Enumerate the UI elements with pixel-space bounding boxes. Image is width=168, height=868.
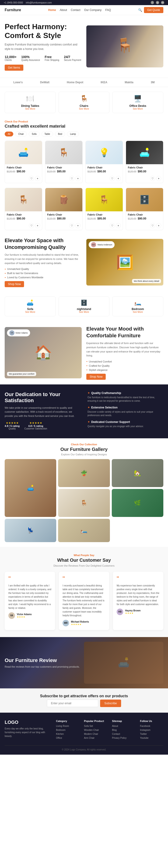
wishlist-button[interactable]: ♡	[69, 223, 75, 228]
category-sofa[interactable]: 🛋️ Sofa See More	[5, 297, 56, 316]
filter-table[interactable]: Table	[41, 131, 53, 136]
sofa-name: Sofa	[9, 307, 51, 311]
list-item[interactable]: About	[112, 725, 135, 727]
category-nightstand[interactable]: 🗄️ nightstand See More	[59, 297, 110, 316]
list-item[interactable]: Wooden Chair	[84, 729, 107, 731]
facebook-icon[interactable]: f	[151, 1, 154, 4]
bedroom-name: Bedroom	[117, 307, 159, 311]
list-item[interactable]: Kitchen	[56, 733, 79, 735]
feature-image: 🖼️ MA Maria Anderson We think about ever…	[86, 239, 163, 285]
add-cart-button[interactable]: +	[35, 176, 40, 181]
product-name: Fabric Chair	[47, 166, 81, 169]
search-icon[interactable]: 🔍	[138, 8, 142, 12]
wishlist-button[interactable]: ♡	[150, 176, 155, 181]
topbar-email: info@furniturespace.com	[26, 1, 52, 4]
list-item[interactable]: Arm Chair	[84, 737, 107, 739]
test-name-2: Michael Roberts	[71, 620, 89, 623]
review-title: Our Furniture Review	[5, 657, 84, 663]
nav-home[interactable]: Home	[48, 8, 56, 12]
add-cart-button[interactable]: +	[75, 223, 81, 228]
category-chairs[interactable]: 🪑 Chairs See More	[59, 92, 110, 113]
category-chairs-more[interactable]: See More	[62, 107, 106, 110]
brands-bar: Lowe's DeWalt Home Depot IKEA Makita 3M	[0, 78, 168, 87]
test-text-1: I am thrilled with the quality of the so…	[8, 584, 51, 610]
footer-bottom: © 2024 Logo Company. All rights reserved…	[5, 745, 163, 751]
list-item[interactable]: Sofa Set	[84, 725, 107, 727]
instagram-icon[interactable]: ig	[156, 1, 159, 4]
nav-company[interactable]: Our Company	[84, 8, 102, 12]
wishlist-button[interactable]: ♡	[29, 223, 34, 228]
filter-all[interactable]: All	[5, 131, 13, 136]
selection-icon: ✦	[87, 406, 90, 409]
comfort-shop-button[interactable]: Shop Now	[86, 374, 106, 380]
list-item[interactable]: Youtube	[140, 737, 163, 739]
hero-cta-button[interactable]: Get Items	[5, 65, 23, 71]
add-cart-button[interactable]: +	[35, 223, 40, 228]
table-row[interactable]: 🛋️ Fabric Chair $120.00 $90.00 ♡ +	[5, 141, 42, 183]
nightstand-more[interactable]: See More	[63, 311, 105, 313]
wishlist-button[interactable]: ♡	[110, 176, 115, 181]
topbar-left: +1 (949) 000-0000 info@furniturespace.co…	[4, 1, 52, 4]
list-item[interactable]: Bedroom	[56, 729, 79, 731]
navbar-logo: Furniture	[5, 8, 21, 12]
bedroom-more[interactable]: See More	[117, 311, 159, 313]
feature-card-support: ✦ Dedicated Customer Support Quickly nav…	[87, 421, 163, 428]
list-item[interactable]: Modern Chair	[84, 733, 107, 735]
list-item[interactable]: Facebook	[140, 725, 163, 727]
filter-lamp[interactable]: Lamp	[67, 131, 79, 136]
wishlist-button[interactable]: ♡	[110, 223, 115, 228]
nightstand-name: nightstand	[63, 307, 105, 311]
product-old-price: $120.00	[87, 217, 96, 220]
category-desks-more[interactable]: See More	[116, 107, 159, 110]
table-row[interactable]: 🪑 Fabric Chair $120.00 $95.00 ♡ +	[45, 141, 83, 183]
nav-faq[interactable]: FAQ	[105, 8, 111, 12]
nav-contact[interactable]: Contact	[71, 8, 80, 12]
filter-sofa[interactable]: Sofa	[29, 131, 40, 136]
table-row[interactable]: 🪵 Fabric Chair $120.00 $90.00 ♡ +	[45, 188, 83, 230]
subscribe-button[interactable]: Subscribe	[100, 700, 121, 707]
list-item[interactable]: Instagram	[140, 729, 163, 731]
sofa-more[interactable]: See More	[9, 311, 51, 313]
get-quote-button[interactable]: Get Quote	[144, 7, 163, 13]
category-bedroom[interactable]: 🛏️ Bedroom See More	[112, 297, 163, 316]
subscribe-input[interactable]	[47, 700, 98, 707]
category-dining-more[interactable]: See More	[9, 107, 52, 110]
wishlist-button[interactable]: ♡	[150, 223, 155, 228]
support-title: ✦ Dedicated Customer Support	[87, 421, 163, 424]
nav-about[interactable]: About	[60, 8, 67, 12]
feature-point-1: Unmatched Quality	[5, 268, 82, 270]
twitter-icon[interactable]: tw	[161, 1, 164, 4]
hero-section: Perfect Harmony: Comfort & Style Explore…	[0, 15, 168, 78]
list-item[interactable]: Contact	[112, 733, 135, 735]
list-item[interactable]: Privacy Policy	[112, 737, 135, 739]
table-row[interactable]: 🪑 Fabric Chair $120.00 $95.00 ♡ +	[85, 188, 123, 230]
category-desks[interactable]: 🖥️ Office Desks See More	[112, 92, 163, 113]
list-item[interactable]: Blog	[112, 729, 135, 731]
add-cart-button[interactable]: +	[156, 223, 161, 228]
filter-bed[interactable]: Bed	[55, 131, 65, 136]
table-row[interactable]: 🪑 Fabric Chair $120.00 $90.00 ♡ +	[5, 188, 42, 230]
quote-icon-1: "	[8, 576, 51, 582]
product-name: Fabric Chair	[47, 213, 81, 216]
filter-chair[interactable]: Chair	[15, 131, 27, 136]
list-item[interactable]: Twitter	[140, 733, 163, 735]
testimonials-grid: " I am thrilled with the quality of the …	[5, 572, 163, 630]
table-row[interactable]: 🗄️ Fabric Chair $120.00 $90.00 ♡ +	[126, 188, 163, 230]
product-old-price: $120.00	[128, 217, 136, 220]
testimonials-subtitle: Discover the Reviews From Our Delighted …	[5, 564, 163, 567]
product-name: Fabric Chair	[7, 166, 40, 169]
list-item[interactable]: Office	[56, 737, 79, 739]
list-item[interactable]: Living Room	[56, 725, 79, 727]
add-cart-button[interactable]: +	[116, 176, 121, 181]
add-cart-button[interactable]: +	[75, 176, 81, 181]
add-cart-button[interactable]: +	[116, 223, 121, 228]
add-cart-button[interactable]: +	[156, 176, 161, 181]
product-old-price: $120.00	[47, 217, 56, 220]
wishlist-button[interactable]: ♡	[29, 176, 34, 181]
table-row[interactable]: 🛋️ Fabric Chair $120.00 $90.00 ♡ +	[126, 141, 163, 183]
category-dining[interactable]: 🍽️ Dining Tables See More	[5, 92, 56, 113]
table-row[interactable]: 💡 Fabric Chair $120.00 $90.00 ♡ +	[85, 141, 123, 183]
wishlist-button[interactable]: ♡	[69, 176, 75, 181]
brand-makita: Makita	[124, 81, 133, 84]
feature-shop-button[interactable]: Shop Now	[5, 281, 24, 287]
